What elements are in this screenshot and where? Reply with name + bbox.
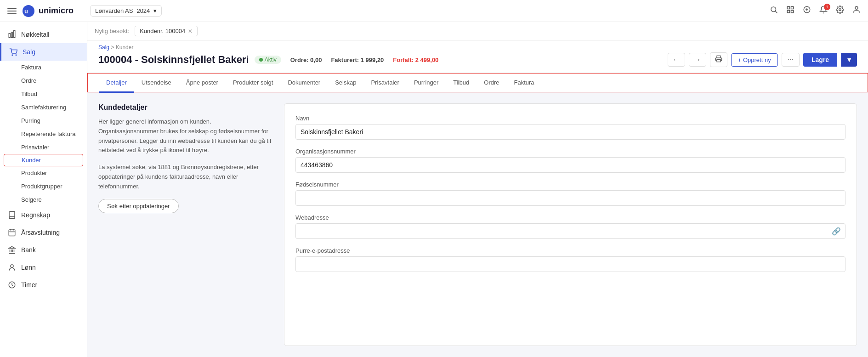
info-paragraph1: Her ligger generel informasjon om kunden… <box>98 117 273 155</box>
orgnr-group: Organisasjonsnummer <box>295 148 845 173</box>
sidebar-item-label: Bank <box>21 246 36 254</box>
svg-rect-30 <box>717 59 720 62</box>
sidebar-item-bank[interactable]: Bank <box>0 241 87 259</box>
sidebar-item-timer[interactable]: Timer <box>0 276 87 294</box>
prev-button[interactable]: ← <box>668 53 685 67</box>
tab-utsendelse[interactable]: Utsendelse <box>134 74 179 93</box>
person-icon <box>7 263 17 272</box>
next-button[interactable]: → <box>689 53 706 67</box>
grid-icon[interactable] <box>786 6 794 16</box>
svg-rect-18 <box>9 230 15 236</box>
calendar-icon <box>7 228 17 237</box>
svg-rect-7 <box>791 11 794 13</box>
sidebar-item-selgere[interactable]: Selgere <box>0 193 87 206</box>
breadcrumb: Salg > Kunder <box>98 44 857 51</box>
purre-email-group: Purre-e-postadresse <box>295 247 845 272</box>
sidebar-item-repeterende-faktura[interactable]: Repeterende faktura <box>0 127 87 141</box>
svg-rect-6 <box>787 11 789 13</box>
tab-apne-poster[interactable]: Åpne poster <box>179 74 226 93</box>
sidebar-item-produkter[interactable]: Produkter <box>0 166 87 180</box>
fodselsnr-group: Fødselsnummer <box>295 181 845 206</box>
breadcrumb-salg[interactable]: Salg <box>98 44 109 51</box>
close-tab-icon[interactable]: ✕ <box>188 28 193 34</box>
sidebar-item-label: Årsavslutning <box>21 229 60 236</box>
sidebar-item-produktgrupper[interactable]: Produktgrupper <box>0 180 87 193</box>
sidebar-item-prisavtaler[interactable]: Prisavtaler <box>0 141 87 154</box>
sidebar-item-salg[interactable]: Salg <box>0 43 87 61</box>
svg-line-3 <box>775 11 777 13</box>
tab-selskap[interactable]: Selskap <box>328 74 363 93</box>
fodselsnr-label: Fødselsnummer <box>295 181 845 188</box>
tab-produkter-solgt[interactable]: Produkter solgt <box>226 74 280 93</box>
orgnr-input[interactable] <box>295 157 845 173</box>
tab-faktura[interactable]: Faktura <box>507 74 542 93</box>
save-button[interactable]: Lagre <box>803 53 837 67</box>
book-icon <box>7 210 17 220</box>
sidebar-item-samlefakturering[interactable]: Samlefakturering <box>0 101 87 114</box>
webadresse-input[interactable] <box>295 223 845 239</box>
main-content: Kundedetaljer Her ligger generel informa… <box>87 92 868 357</box>
tab-ordre[interactable]: Ordre <box>477 74 506 93</box>
tab-detaljer[interactable]: Detaljer <box>99 74 134 93</box>
sidebar-item-tilbud[interactable]: Tilbud <box>0 87 87 101</box>
webadresse-field-wrapper: 🔗 <box>295 223 845 239</box>
navn-input[interactable] <box>295 124 845 140</box>
page-title-row: 100004 - Solskinnsfjellet Bakeri Aktiv O… <box>98 52 857 67</box>
navn-group: Navn <box>295 115 845 140</box>
svg-point-28 <box>11 265 13 267</box>
ordre-stat: Ordre: 0,00 <box>290 57 322 63</box>
svg-marker-27 <box>9 247 15 249</box>
purre-email-label: Purre-e-postadresse <box>295 247 845 254</box>
info-title: Kundedetaljer <box>98 103 273 112</box>
user-icon[interactable] <box>852 6 861 16</box>
sidebar-item-purring[interactable]: Purring <box>0 114 87 127</box>
add-icon[interactable] <box>803 6 811 16</box>
sidebar-item-arsavslutning[interactable]: Årsavslutning <box>0 224 87 241</box>
sidebar-item-label: Regnskap <box>21 211 50 219</box>
sidebar-item-lonn[interactable]: Lønn <box>0 259 87 276</box>
settings-icon[interactable] <box>836 6 844 16</box>
purre-email-input[interactable] <box>295 256 845 272</box>
form-panel: Navn Organisasjonsnummer Fødselsnummer W… <box>284 103 857 346</box>
tab-prisavtaler[interactable]: Prisavtaler <box>363 74 406 93</box>
link-icon: 🔗 <box>832 227 841 236</box>
bank-icon <box>7 245 17 255</box>
sidebar: Nøkkeltall Salg Faktura Ordre Tilbud Sam… <box>0 22 87 357</box>
search-updates-button[interactable]: Søk etter oppdateringer <box>98 199 179 213</box>
info-paragraph2: La systemet søke, via 1881 og Brønnøysun… <box>98 163 273 191</box>
tab-tilbud[interactable]: Tilbud <box>446 74 477 93</box>
hamburger-button[interactable] <box>7 8 17 14</box>
tab-purringer[interactable]: Purringer <box>407 74 446 93</box>
recent-tab-kundenr[interactable]: Kundenr. 100004 ✕ <box>135 26 198 36</box>
sidebar-item-label: Salg <box>23 48 35 56</box>
orgnr-label: Organisasjonsnummer <box>295 148 845 155</box>
svg-point-12 <box>855 6 858 9</box>
header-actions: ← → + Opprett ny ··· Lagre ▼ <box>668 52 857 67</box>
sidebar-item-faktura[interactable]: Faktura <box>0 61 87 74</box>
save-arrow-button[interactable]: ▼ <box>841 53 857 67</box>
page-title: 100004 - Solskinnsfjellet Bakeri <box>98 54 249 66</box>
webadresse-group: Webadresse 🔗 <box>295 214 845 239</box>
company-selector[interactable]: Lønvarden AS 2024 ▾ <box>90 5 162 17</box>
status-dot <box>259 58 263 62</box>
svg-text:u: u <box>24 8 28 15</box>
sidebar-item-nokkeltall[interactable]: Nøkkeltall <box>0 26 87 43</box>
tab-dokumenter[interactable]: Dokumenter <box>280 74 328 93</box>
fodselsnr-input[interactable] <box>295 190 845 206</box>
more-button[interactable]: ··· <box>782 53 800 67</box>
sidebar-item-ordre[interactable]: Ordre <box>0 74 87 87</box>
new-button[interactable]: + Opprett ny <box>731 53 778 67</box>
svg-point-16 <box>12 55 13 56</box>
svg-rect-14 <box>11 32 13 38</box>
topbar-icons: 1 <box>770 6 861 16</box>
notification-badge: 1 <box>824 4 830 10</box>
recent-bar: Nylig besøkt: Kundenr. 100004 ✕ <box>87 22 868 40</box>
chart-icon <box>7 30 17 39</box>
print-button[interactable] <box>710 52 727 67</box>
logo: u unimicro <box>22 5 74 17</box>
sidebar-item-regnskap[interactable]: Regnskap <box>0 206 87 224</box>
navn-label: Navn <box>295 115 845 122</box>
bell-icon[interactable]: 1 <box>819 6 828 16</box>
sidebar-item-kunder[interactable]: Kunder <box>4 154 83 166</box>
search-icon[interactable] <box>770 6 778 16</box>
